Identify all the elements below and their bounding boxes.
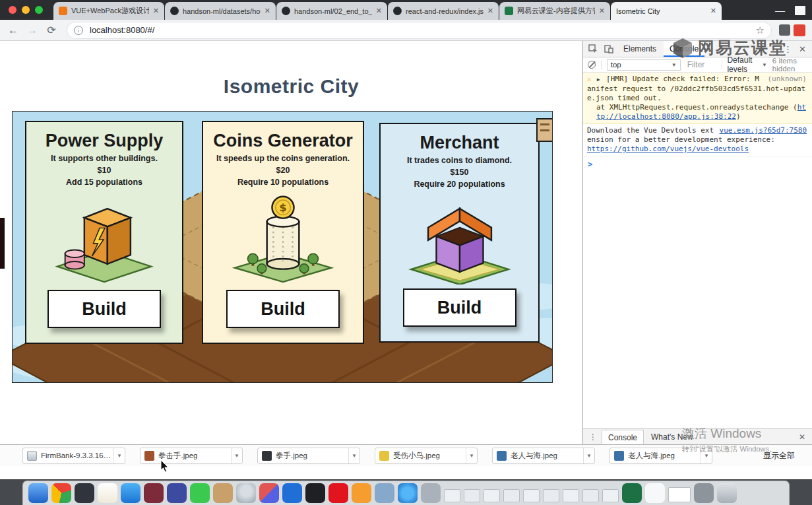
download-item-fist[interactable]: 拳手.jpeg ▾: [257, 448, 360, 464]
download-menu-chevron-icon[interactable]: ▾: [466, 448, 477, 463]
inspect-element-icon[interactable]: [586, 42, 600, 55]
clear-console-icon[interactable]: [588, 61, 596, 69]
drawer-tab-whats-new[interactable]: What's New: [645, 430, 699, 444]
game-area: Power Supply It supports other buildings…: [12, 111, 553, 383]
show-all-downloads-button[interactable]: 显示全部: [763, 450, 803, 461]
console-warning-source[interactable]: (unknown): [767, 75, 807, 84]
bookmark-star-icon[interactable]: ☆: [756, 24, 765, 36]
calendar-dark-dock-icon[interactable]: [167, 483, 187, 503]
maximize-icon[interactable]: [795, 6, 805, 15]
build-button-power-supply[interactable]: Build: [47, 290, 161, 328]
tab-handson-endtoend[interactable]: handson-ml/02_end_to_end ✕: [276, 2, 387, 20]
log-levels-selector[interactable]: Default levels ▼: [727, 55, 766, 74]
tab-handson-datasets[interactable]: handson-ml/datasets/hous ✕: [165, 2, 276, 20]
download-item-injured-bird[interactable]: 受伤小鸟.jpeg ▾: [375, 448, 478, 464]
tab-close-icon[interactable]: ✕: [265, 7, 270, 15]
tab-netease-study[interactable]: 网易云课堂-内容提供方管理 ✕: [499, 2, 610, 20]
white-window-dock-icon[interactable]: [668, 487, 691, 502]
forward-button[interactable]: →: [24, 22, 40, 38]
netease-music-dock-icon[interactable]: [328, 483, 348, 503]
drawer-kebab-menu-icon[interactable]: ⋮: [586, 432, 600, 442]
window-thumb-dock-icon[interactable]: [543, 489, 559, 502]
launchpad-dock-icon[interactable]: [236, 483, 256, 503]
close-window-button[interactable]: [9, 6, 16, 14]
gray-app-dock-icon[interactable]: [421, 483, 441, 503]
site-info-icon[interactable]: i: [74, 26, 83, 35]
tab-close-icon[interactable]: ✕: [710, 7, 716, 15]
tab-close-icon[interactable]: ✕: [487, 7, 493, 15]
window-thumb-dock-icon[interactable]: [602, 489, 619, 502]
drawer-tab-console[interactable]: Console: [602, 430, 644, 444]
excel-dock-icon[interactable]: [622, 483, 642, 503]
download-item-boxer[interactable]: 拳击手.jpeg ▾: [140, 448, 243, 464]
window-thumb-dock-icon[interactable]: [563, 489, 579, 502]
desktop-edge-artifact: [0, 218, 5, 269]
white-app-dock-icon[interactable]: [645, 483, 665, 503]
drawer-close-icon[interactable]: ✕: [799, 432, 809, 442]
download-item-old-man-sea-1[interactable]: 老人与海.jpeg ▾: [492, 448, 595, 464]
notes-dock-icon[interactable]: [98, 483, 117, 503]
maroon-app-dock-icon[interactable]: [144, 483, 164, 503]
blue-cube-app-dock-icon[interactable]: [282, 483, 302, 503]
extension-dark-icon[interactable]: [779, 24, 790, 36]
contacts-dock-icon[interactable]: [213, 483, 233, 503]
tab-close-icon[interactable]: ✕: [153, 7, 159, 15]
appstore-dock-icon[interactable]: [121, 483, 141, 503]
download-menu-chevron-icon[interactable]: ▾: [113, 448, 125, 463]
window-thumb-dock-icon[interactable]: [484, 489, 500, 502]
window-controls: —: [775, 6, 812, 20]
files-folder-dock-icon[interactable]: [375, 483, 394, 503]
trash-dock-icon[interactable]: [717, 483, 737, 503]
reload-button[interactable]: ⟳: [44, 22, 59, 38]
devtools-close-icon[interactable]: ✕: [799, 44, 806, 54]
tab-close-icon[interactable]: ✕: [599, 7, 605, 15]
console-info-link-line: https://github.com/vuejs/vue-devtools: [587, 145, 807, 154]
window-thumb-dock-icon[interactable]: [582, 489, 599, 502]
download-item-firmbank[interactable]: FirmBank-9.3.3.16526.exe ▾: [22, 448, 125, 464]
download-menu-chevron-icon[interactable]: ▾: [348, 448, 359, 463]
devtools-tab-console[interactable]: Console: [664, 41, 704, 57]
build-button-coins-generator[interactable]: Build: [226, 290, 340, 328]
vue-devtools-link[interactable]: https://github.com/vuejs/vue-devtools: [587, 145, 749, 153]
minimize-icon[interactable]: —: [775, 7, 785, 14]
orange-app-dock-icon[interactable]: [352, 483, 371, 503]
devtools-kebab-menu-icon[interactable]: ⋮: [784, 44, 792, 54]
wechat-dock-icon[interactable]: [190, 483, 210, 503]
address-bar[interactable]: i ☆: [67, 22, 772, 39]
terminal-dock-icon[interactable]: [305, 483, 325, 503]
finder-dock-icon[interactable]: [28, 483, 48, 503]
console-prompt[interactable]: >: [583, 156, 812, 172]
minimize-window-button[interactable]: [22, 6, 30, 14]
back-button[interactable]: ←: [5, 22, 21, 38]
device-toolbar-icon[interactable]: [602, 42, 616, 55]
context-selector[interactable]: top ▼: [607, 59, 681, 71]
window-thumb-dock-icon[interactable]: [444, 489, 460, 502]
extension-red-icon[interactable]: [794, 24, 805, 36]
zoom-window-button[interactable]: [35, 6, 43, 14]
download-menu-chevron-icon[interactable]: ▾: [231, 448, 242, 463]
window-thumb-dock-icon[interactable]: [523, 489, 540, 502]
console-filter-input[interactable]: [686, 59, 716, 70]
download-item-old-man-sea-2[interactable]: 老人与海.jpeg ▾: [609, 448, 712, 464]
chrome-dock-icon[interactable]: [51, 483, 71, 503]
dark-photos-dock-icon[interactable]: [75, 483, 94, 503]
tab-close-icon[interactable]: ✕: [376, 7, 382, 15]
devtools-tab-elements[interactable]: Elements: [617, 41, 662, 57]
github-favicon-icon: [170, 7, 179, 15]
code-editor-dock-icon[interactable]: [259, 483, 279, 503]
download-menu-chevron-icon[interactable]: ▾: [583, 448, 594, 463]
window-thumb-dock-icon[interactable]: [464, 489, 480, 502]
card-description: It speeds up the coins generation.: [216, 154, 350, 163]
console-info-source-link[interactable]: vue.esm.js?65d7:7580: [720, 126, 807, 135]
safari-dock-icon[interactable]: [398, 483, 418, 503]
tab-vue-webpack[interactable]: VUE+WebPack游戏设计： ✕: [53, 2, 164, 20]
tab-react-redux[interactable]: react-and-redux/index.js at ✕: [388, 2, 499, 20]
build-button-merchant[interactable]: Build: [403, 288, 516, 327]
window-thumb-dock-icon[interactable]: [503, 489, 520, 502]
url-input[interactable]: [88, 24, 751, 36]
tab-isometric-city[interactable]: Isometric City ✕: [611, 2, 722, 20]
gray-cube-dock-icon[interactable]: [694, 483, 714, 503]
expand-triangle-icon[interactable]: ▶: [597, 77, 600, 83]
download-menu-chevron-icon[interactable]: ▾: [701, 448, 712, 463]
side-panel-handle[interactable]: [536, 118, 553, 142]
